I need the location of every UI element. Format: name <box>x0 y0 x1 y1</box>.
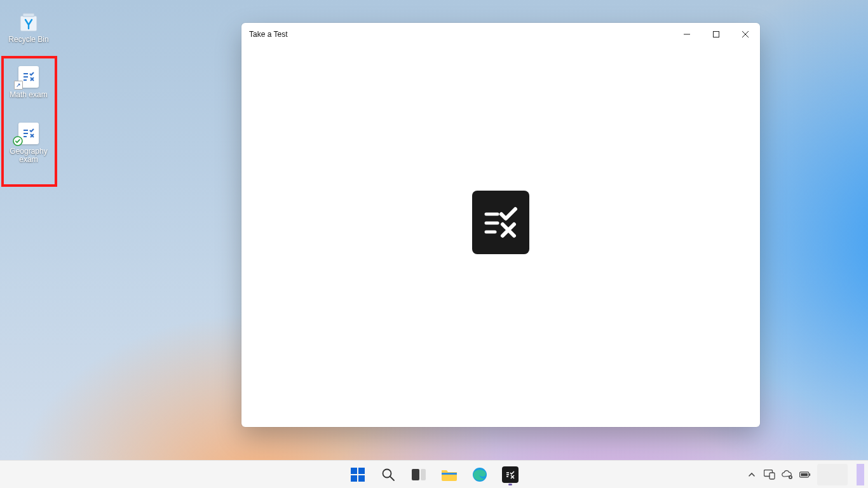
tray-overflow-button[interactable] <box>746 469 757 480</box>
show-desktop-button[interactable] <box>857 464 864 485</box>
display-settings-icon[interactable] <box>764 469 775 480</box>
battery-icon[interactable] <box>799 469 811 480</box>
recycle-bin-label: Recycle Bin <box>8 36 48 44</box>
task-view-button[interactable] <box>407 463 431 487</box>
folder-icon <box>441 468 458 482</box>
ime-language-button[interactable] <box>817 464 848 485</box>
file-explorer-button[interactable] <box>437 463 461 487</box>
window-titlebar[interactable]: Take a Test <box>241 23 760 46</box>
taskbar <box>0 460 868 488</box>
svg-rect-17 <box>358 475 365 482</box>
svg-rect-1 <box>23 13 34 17</box>
close-button[interactable] <box>731 24 760 44</box>
start-button[interactable] <box>346 463 370 487</box>
edge-icon <box>472 467 487 482</box>
annotation-highlight-box <box>1 56 57 187</box>
svg-rect-28 <box>770 473 775 479</box>
task-view-icon <box>412 469 426 480</box>
taskbar-center-group <box>346 463 522 487</box>
take-a-test-app-icon <box>472 191 529 254</box>
minimize-button[interactable] <box>672 24 702 44</box>
search-button[interactable] <box>376 463 400 487</box>
take-a-test-taskbar-button[interactable] <box>498 463 522 487</box>
system-tray <box>746 461 864 488</box>
take-a-test-window: Take a Test <box>241 23 760 427</box>
search-icon <box>381 468 395 482</box>
window-controls <box>672 24 760 44</box>
svg-rect-22 <box>442 473 457 475</box>
recycle-bin-icon[interactable]: Recycle Bin <box>5 6 52 46</box>
svg-rect-20 <box>412 469 419 480</box>
svg-rect-31 <box>809 473 810 476</box>
svg-rect-16 <box>351 475 357 482</box>
windows-logo-icon <box>350 467 365 482</box>
svg-rect-32 <box>801 473 808 476</box>
window-title: Take a Test <box>249 30 287 39</box>
recycle-bin-glyph <box>16 9 41 34</box>
svg-rect-21 <box>421 469 426 480</box>
svg-line-19 <box>390 477 394 480</box>
window-body <box>241 46 760 427</box>
edge-button[interactable] <box>468 463 492 487</box>
take-a-test-small-icon <box>502 466 519 483</box>
svg-rect-14 <box>351 468 357 474</box>
maximize-button[interactable] <box>702 24 731 44</box>
svg-rect-15 <box>358 468 365 474</box>
onedrive-sync-icon[interactable] <box>782 469 793 480</box>
svg-rect-10 <box>714 32 719 37</box>
